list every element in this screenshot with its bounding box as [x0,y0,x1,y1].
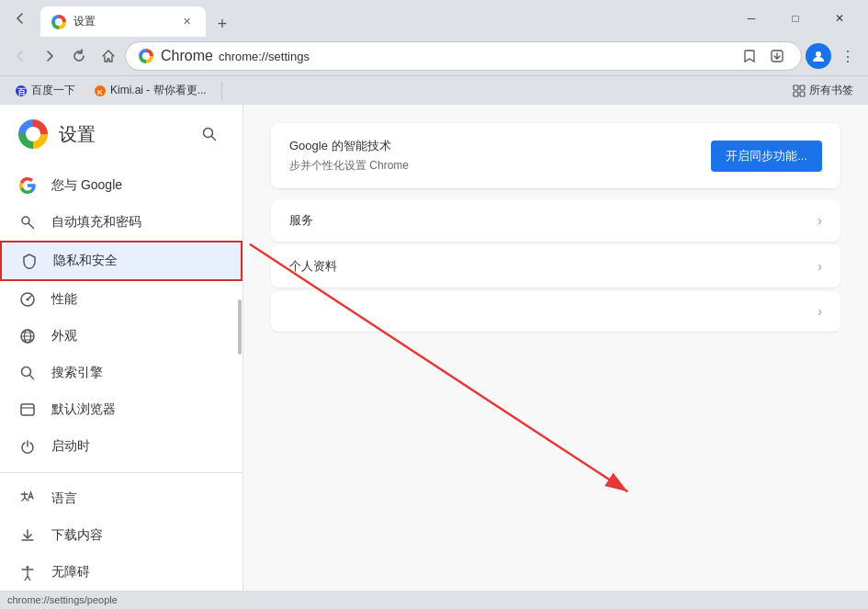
settings-header: 设置 [0,105,242,164]
site-icon [137,47,155,65]
sidebar-label-appearance: 外观 [51,328,77,344]
sidebar-item-startup[interactable]: 启动时 [0,428,242,465]
svg-point-11 [22,217,29,224]
address-bar-row: Chrome chrome://settings ⋮ [0,37,868,75]
tab-bar: 设置 ✕ + [40,0,727,37]
download-status-btn[interactable] [764,43,790,69]
sync-card: Google 的智能技术 步并个性化设置 Chrome 开启同步功能... [271,123,840,188]
address-bar[interactable]: Chrome chrome://settings [125,41,802,71]
translate-icon [18,490,37,508]
svg-rect-6 [794,85,798,90]
sidebar-item-google[interactable]: 您与 Google [0,167,242,204]
back-btn[interactable] [7,43,33,69]
sidebar-label-download: 下载内容 [51,527,103,544]
svg-rect-8 [794,92,798,96]
sidebar-item-browser[interactable]: 默认浏览器 [0,391,242,428]
bookmark-kimi[interactable]: K Kimi.ai - 帮你看更... [86,79,214,102]
settings-sidebar: 设置 您与 Google [0,105,243,591]
title-bar: 设置 ✕ + ─ □ ✕ [0,0,868,37]
sidebar-item-appearance[interactable]: 外观 [0,318,242,355]
svg-rect-17 [21,404,34,415]
sidebar-label-privacy: 隐私和安全 [53,253,118,269]
search-icon [18,364,37,382]
sidebar-label-google: 您与 Google [51,177,122,194]
all-bookmarks[interactable]: 所有书签 [785,79,861,102]
window-controls-left [7,6,33,31]
sidebar-label-search: 搜索引擎 [51,365,103,381]
status-bar: chrome://settings/people [0,591,868,609]
google-icon [18,176,37,195]
gauge-icon [18,290,37,309]
minimize-btn[interactable]: ─ [730,4,772,33]
shield-icon [20,252,39,270]
sync-card-title: Google 的智能技术 [289,138,696,154]
forward-btn[interactable] [37,43,62,69]
svg-rect-9 [800,92,805,96]
settings-section-profile[interactable]: 个人资料 › [271,245,840,288]
sidebar-item-search[interactable]: 搜索引擎 [0,355,242,391]
settings-section-3[interactable]: › [271,291,840,332]
sidebar-label-startup: 启动时 [51,438,90,455]
chevron-right-icon: › [817,213,822,228]
reload-btn[interactable] [66,43,92,69]
menu-btn[interactable]: ⋮ [835,43,861,69]
power-icon [18,437,37,456]
svg-text:百: 百 [17,87,27,96]
bookmarks-bar: 百 百度一下 K Kimi.ai - 帮你看更... 所有书签 [0,75,868,105]
status-url: chrome://settings/people [7,594,118,605]
sidebar-label-language: 语言 [51,491,77,507]
chevron-right-icon-2: › [817,259,822,274]
section-item-label: 服务 [289,212,313,229]
sidebar-item-autofill[interactable]: 自动填充和密码 [0,204,242,241]
scrollbar-thumb[interactable] [238,299,242,355]
sidebar-divider [0,472,242,473]
settings-search-btn[interactable] [195,119,224,149]
home-btn[interactable] [96,43,121,69]
browser-window: 设置 ✕ + ─ □ ✕ Chrom [0,0,868,609]
sidebar-label-browser: 默认浏览器 [51,401,116,418]
tab-title: 设置 [73,14,171,29]
settings-content-inner: Google 的智能技术 步并个性化设置 Chrome 开启同步功能... 服务… [243,105,868,354]
accessibility-icon [18,563,37,581]
sidebar-nav: 您与 Google 自动填充和密码 隐私和安全 [0,164,242,591]
download-icon [18,526,37,545]
profile-btn[interactable] [806,43,831,69]
svg-text:K: K [97,88,103,96]
chrome-logo [18,119,48,149]
sidebar-item-accessibility[interactable]: 无障碍 [0,554,242,591]
settings-content: Google 的智能技术 步并个性化设置 Chrome 开启同步功能... 服务… [243,105,868,591]
sidebar-item-download[interactable]: 下载内容 [0,517,242,554]
browser-icon [18,400,37,419]
sidebar-label-autofill: 自动填充和密码 [51,214,141,231]
addr-right-icons [737,43,790,69]
sidebar-item-privacy[interactable]: 隐私和安全 [0,241,242,281]
active-tab[interactable]: 设置 ✕ [40,6,206,37]
tab-favicon [51,15,66,29]
addr-url: chrome://settings [219,50,731,63]
chevron-right-icon-3: › [817,304,822,319]
settings-title: 设置 [59,122,96,147]
svg-rect-7 [800,85,805,90]
svg-point-13 [27,299,29,301]
bookmark-btn[interactable] [737,43,762,69]
close-btn[interactable]: ✕ [818,4,861,33]
sidebar-label-accessibility: 无障碍 [51,564,90,581]
scrollbar-track [237,105,242,591]
bookmark-baidu[interactable]: 百 百度一下 [7,79,83,102]
tab-close-btn[interactable]: ✕ [178,14,195,30]
globe-icon [18,327,37,345]
sync-card-text: Google 的智能技术 步并个性化设置 Chrome [289,138,696,174]
section-item-label-2: 个人资料 [289,258,337,275]
maximize-btn[interactable]: □ [774,4,817,33]
svg-point-1 [816,51,821,57]
sync-card-desc: 步并个性化设置 Chrome [289,158,696,174]
settings-section-services[interactable]: 服务 › [271,199,840,242]
new-tab-btn[interactable]: + [209,11,235,37]
sync-btn[interactable]: 开启同步功能... [711,141,822,172]
tab-back-btn[interactable] [7,6,33,31]
key-icon [18,213,37,231]
sidebar-item-performance[interactable]: 性能 [0,281,242,318]
sidebar-item-language[interactable]: 语言 [0,480,242,517]
sidebar-label-performance: 性能 [51,291,77,308]
main-content: 设置 您与 Google [0,105,868,591]
